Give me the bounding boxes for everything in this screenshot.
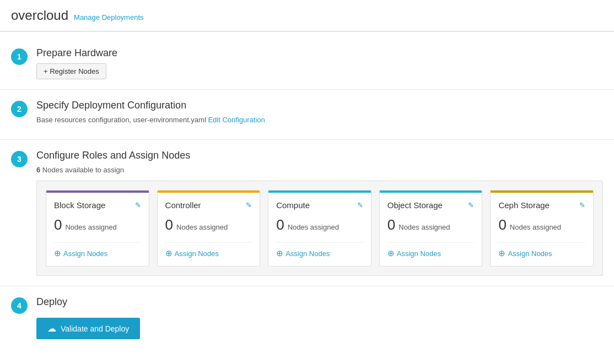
role-nodes-label-object-storage: Nodes assigned — [398, 223, 450, 231]
roles-grid: Block Storage ✎ 0 Nodes assigned ⊕ Assig… — [36, 181, 603, 276]
role-nodes-count-compute: 0 — [276, 216, 284, 233]
step-4-badge: 4 — [11, 297, 28, 314]
role-card-divider-ceph-storage — [498, 242, 585, 243]
step-4-section: 4 Deploy ☁ Validate and Deploy — [0, 286, 614, 349]
validate-deploy-button[interactable]: ☁ Validate and Deploy — [36, 318, 140, 339]
step-2-desc-text: Base resources configuration, user-envir… — [36, 116, 206, 124]
role-card-body-controller: Controller ✎ 0 Nodes assigned ⊕ Assign N… — [158, 193, 260, 266]
role-card-divider-compute — [276, 242, 363, 243]
role-title-row-compute: Compute ✎ — [276, 200, 363, 210]
assign-nodes-link-controller[interactable]: ⊕ Assign Nodes — [165, 248, 252, 258]
edit-configuration-link[interactable]: Edit Configuration — [208, 116, 265, 124]
manage-deployments-link[interactable]: Manage Deployments — [74, 13, 143, 21]
step-3-badge: 3 — [11, 151, 28, 167]
assign-nodes-label-block-storage: Assign Nodes — [63, 249, 107, 258]
assign-nodes-label-controller: Assign Nodes — [175, 249, 219, 258]
nodes-count: 6 — [36, 166, 40, 174]
assign-nodes-link-ceph-storage[interactable]: ⊕ Assign Nodes — [498, 248, 585, 258]
role-title-row-block-storage: Block Storage ✎ — [54, 200, 141, 210]
nodes-available-label: Nodes available to assign — [42, 166, 124, 174]
assign-nodes-link-block-storage[interactable]: ⊕ Assign Nodes — [54, 248, 141, 258]
step-2-title: Specify Deployment Configuration — [36, 100, 603, 111]
step-3-section: 3 Configure Roles and Assign Nodes 6 Nod… — [0, 140, 614, 286]
assign-nodes-link-compute[interactable]: ⊕ Assign Nodes — [276, 248, 363, 258]
role-title-row-controller: Controller ✎ — [165, 200, 252, 210]
role-nodes-label-block-storage: Nodes assigned — [65, 223, 116, 231]
deploy-button-label: Validate and Deploy — [61, 324, 129, 333]
step-2-content: Specify Deployment Configuration Base re… — [36, 100, 603, 129]
role-card-body-block-storage: Block Storage ✎ 0 Nodes assigned ⊕ Assig… — [46, 193, 149, 266]
role-nodes-count-ceph-storage: 0 — [498, 216, 506, 233]
step-1-section: 1 Prepare Hardware + Register Nodes — [0, 37, 614, 89]
step-4-content: Deploy ☁ Validate and Deploy — [36, 296, 603, 339]
role-title-row-ceph-storage: Ceph Storage ✎ — [498, 200, 585, 210]
role-card-divider-controller — [165, 242, 252, 243]
role-nodes-row-object-storage: 0 Nodes assigned — [387, 216, 475, 233]
register-nodes-button[interactable]: + Register Nodes — [36, 63, 106, 79]
role-nodes-count-controller: 0 — [165, 216, 173, 233]
nodes-available-info: 6 Nodes available to assign — [36, 166, 603, 174]
role-card-body-ceph-storage: Ceph Storage ✎ 0 Nodes assigned ⊕ Assign… — [491, 193, 593, 266]
role-nodes-label-controller: Nodes assigned — [176, 223, 228, 231]
role-card-body-compute: Compute ✎ 0 Nodes assigned ⊕ Assign Node… — [268, 193, 371, 266]
role-card-divider-object-storage — [387, 242, 475, 243]
role-edit-icon-object-storage[interactable]: ✎ — [468, 201, 474, 209]
step-2-section: 2 Specify Deployment Configuration Base … — [0, 90, 614, 139]
role-card-ceph-storage: Ceph Storage ✎ 0 Nodes assigned ⊕ Assign… — [490, 190, 594, 267]
role-nodes-row-ceph-storage: 0 Nodes assigned — [498, 216, 585, 233]
page-title: overcloud — [11, 8, 68, 23]
main-content: 1 Prepare Hardware + Register Nodes 2 Sp… — [0, 32, 614, 355]
step-2-badge: 2 — [11, 101, 28, 117]
step-1-badge: 1 — [11, 48, 28, 65]
role-card-divider-block-storage — [54, 242, 141, 243]
role-nodes-row-block-storage: 0 Nodes assigned — [54, 216, 141, 233]
assign-nodes-label-compute: Assign Nodes — [286, 249, 330, 258]
role-nodes-count-object-storage: 0 — [387, 216, 395, 233]
page-header: overcloud Manage Deployments — [0, 0, 614, 31]
role-card-block-storage: Block Storage ✎ 0 Nodes assigned ⊕ Assig… — [46, 190, 149, 267]
step-4-title: Deploy — [36, 296, 603, 308]
role-title-ceph-storage: Ceph Storage — [498, 200, 550, 210]
role-edit-icon-compute[interactable]: ✎ — [357, 201, 363, 209]
role-card-object-storage: Object Storage ✎ 0 Nodes assigned ⊕ Assi… — [379, 190, 483, 267]
role-title-compute: Compute — [276, 200, 310, 210]
plus-circle-icon-object-storage: ⊕ — [387, 248, 395, 258]
role-nodes-row-compute: 0 Nodes assigned — [276, 216, 363, 233]
plus-circle-icon-ceph-storage: ⊕ — [498, 248, 505, 258]
plus-circle-icon-controller: ⊕ — [165, 248, 173, 258]
role-nodes-label-ceph-storage: Nodes assigned — [510, 223, 561, 231]
role-card-controller: Controller ✎ 0 Nodes assigned ⊕ Assign N… — [157, 190, 261, 267]
assign-nodes-link-object-storage[interactable]: ⊕ Assign Nodes — [387, 248, 475, 258]
role-title-object-storage: Object Storage — [387, 200, 443, 210]
role-card-body-object-storage: Object Storage ✎ 0 Nodes assigned ⊕ Assi… — [380, 193, 482, 266]
step-3-content: Configure Roles and Assign Nodes 6 Nodes… — [36, 150, 603, 276]
role-nodes-label-compute: Nodes assigned — [288, 223, 339, 231]
plus-circle-icon-block-storage: ⊕ — [54, 248, 61, 258]
role-title-block-storage: Block Storage — [54, 200, 105, 210]
role-title-controller: Controller — [165, 200, 201, 210]
assign-nodes-label-ceph-storage: Assign Nodes — [508, 249, 552, 258]
plus-circle-icon-compute: ⊕ — [276, 248, 283, 258]
step-3-title: Configure Roles and Assign Nodes — [36, 150, 603, 161]
role-title-row-object-storage: Object Storage ✎ — [387, 200, 475, 210]
role-edit-icon-controller[interactable]: ✎ — [246, 201, 252, 209]
role-card-compute: Compute ✎ 0 Nodes assigned ⊕ Assign Node… — [268, 190, 371, 267]
step-1-title: Prepare Hardware — [36, 47, 603, 59]
assign-nodes-label-object-storage: Assign Nodes — [397, 249, 441, 258]
role-edit-icon-ceph-storage[interactable]: ✎ — [579, 201, 585, 209]
step-1-content: Prepare Hardware + Register Nodes — [36, 47, 603, 79]
role-nodes-row-controller: 0 Nodes assigned — [165, 216, 252, 233]
role-edit-icon-block-storage[interactable]: ✎ — [135, 201, 141, 209]
step-2-description: Base resources configuration, user-envir… — [36, 116, 603, 124]
role-nodes-count-block-storage: 0 — [54, 216, 62, 233]
cloud-upload-icon: ☁ — [47, 323, 56, 334]
